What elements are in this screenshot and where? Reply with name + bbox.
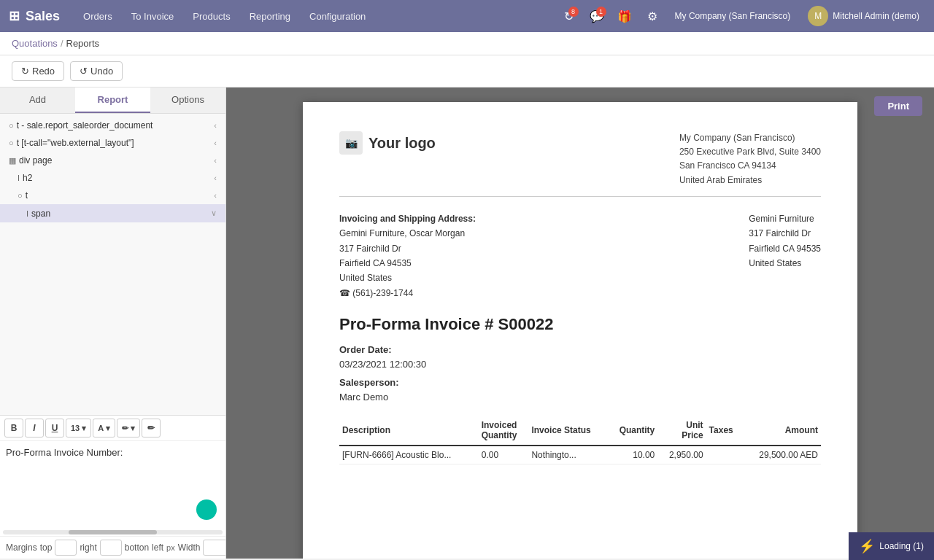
addresses-section: Invoicing and Shipping Address: Gemini F… <box>339 211 821 300</box>
tree-collapse-icon[interactable]: ‹ <box>211 137 220 149</box>
nav-configuration[interactable]: Configuration <box>301 7 374 26</box>
margins-label: Margins <box>6 542 37 553</box>
tree-collapse-icon[interactable]: ‹ <box>211 120 220 131</box>
editor-content[interactable]: Pro-Forma Invoice Number: <box>0 441 225 529</box>
company-address1: 250 Executive Park Blvd, Suite 3400 <box>679 145 821 159</box>
col-description: Description <box>339 416 479 446</box>
customer-phone: ☎ (561)-239-1744 <box>339 286 476 300</box>
bottom-editor: B I U 13 ▾ A ▾ ✏ ▾ ✏ Pro-Forma Invoice N… <box>0 415 225 559</box>
width-section: Width px <box>178 540 226 556</box>
margin-right-label: right <box>80 542 96 553</box>
tree-item-label: t <box>26 190 212 201</box>
editor-text: Pro-Forma Invoice Number: <box>6 447 123 458</box>
circle-icon: ○ <box>9 139 14 147</box>
redo-button[interactable]: ↻ Redo <box>12 61 64 81</box>
tree-collapse-icon[interactable]: ‹ <box>211 172 220 184</box>
nav-orders[interactable]: Orders <box>74 7 121 26</box>
scrollbar-thumb <box>69 530 156 534</box>
font-color-button[interactable]: A ▾ <box>93 419 115 438</box>
editor-toolbar: B I U 13 ▾ A ▾ ✏ ▾ ✏ <box>0 416 225 441</box>
breadcrumb-separator: / <box>61 38 63 49</box>
right-panel: Print 📷 Your logo My Company (San Franci… <box>226 88 934 559</box>
refresh-button[interactable]: ↻ 8 <box>558 5 580 27</box>
cell-amount: 29,500.00 AED <box>742 446 821 464</box>
tree-item[interactable]: ▦ div page ‹ <box>0 152 225 169</box>
loading-icon: ⚡ <box>859 538 875 554</box>
gift-button[interactable]: 🎁 <box>614 5 636 27</box>
undo-button[interactable]: ↺ Undo <box>70 61 123 81</box>
tree-item[interactable]: ○ t [t-call="web.external_layout"] ‹ <box>0 134 225 152</box>
nav-reporting[interactable]: Reporting <box>241 7 299 26</box>
invoicing-label: Invoicing and Shipping Address: <box>339 211 476 226</box>
text-icon: I <box>18 174 20 182</box>
left-panel: Add Report Options ○ t - sale.report_sal… <box>0 88 226 559</box>
order-date-value: 03/23/2021 12:00:30 <box>339 359 426 370</box>
nav-products[interactable]: Products <box>184 7 239 26</box>
invoice-title: Pro-Forma Invoice # S00022 <box>339 315 821 334</box>
chat-button[interactable]: 💬 1 <box>586 5 608 27</box>
margin-right-input[interactable] <box>100 540 122 556</box>
tab-options[interactable]: Options <box>150 88 225 113</box>
shipping-address-block: Gemini Furniture 317 Fairchild Dr Fairfi… <box>749 211 821 300</box>
camera-icon: 📷 <box>345 137 358 149</box>
cell-invoice-status: Nothingto... <box>528 446 607 464</box>
font-size-button[interactable]: 13 ▾ <box>66 419 91 438</box>
order-date-row: Order Date: 03/23/2021 12:00:30 <box>339 343 821 371</box>
top-navigation: ⊞ Sales Orders To Invoice Products Repor… <box>0 0 934 32</box>
settings-button[interactable]: ⚙ <box>641 5 663 27</box>
breadcrumb: Quotations / Reports <box>0 32 934 55</box>
circle-icon: ○ <box>9 121 14 130</box>
tree-item-selected[interactable]: I span ∨ <box>0 204 225 222</box>
print-button[interactable]: Print <box>874 96 922 116</box>
table-header-row: Description InvoicedQuantity Invoice Sta… <box>339 416 821 446</box>
circle-icon: ○ <box>18 191 23 200</box>
action-bar: ↻ Redo ↺ Undo <box>0 55 934 88</box>
col-amount: Amount <box>742 416 821 446</box>
tree-expand-icon[interactable]: ∨ <box>208 207 220 219</box>
highlight-button[interactable]: ✏ ▾ <box>117 419 140 438</box>
margin-inputs: top right botton left px <box>40 540 175 556</box>
col-quantity: Quantity <box>608 416 658 446</box>
tab-report[interactable]: Report <box>75 88 150 113</box>
teal-action-button[interactable] <box>196 499 217 520</box>
tree-item-label: t [t-call="web.external_layout"] <box>17 138 212 148</box>
tree-collapse-icon[interactable]: ‹ <box>211 190 220 201</box>
logo-icon: 📷 <box>339 131 363 155</box>
cell-invoiced-qty: 0.00 <box>479 446 529 464</box>
user-menu[interactable]: M Mitchell Admin (demo) <box>802 3 925 29</box>
tree-item[interactable]: ○ t ‹ <box>0 187 225 204</box>
cell-unit-price: 2,950.00 <box>657 446 706 464</box>
salesperson-label: Salesperson: <box>339 377 399 388</box>
tree-item[interactable]: I h2 ‹ <box>0 169 225 187</box>
margin-unit: px <box>166 543 175 552</box>
logo-text: Your logo <box>368 135 436 152</box>
breadcrumb-parent[interactable]: Quotations <box>12 38 58 49</box>
gift-icon: 🎁 <box>617 9 632 23</box>
tab-add[interactable]: Add <box>0 88 75 113</box>
col-taxes: Taxes <box>706 416 743 446</box>
logo-area: 📷 Your logo <box>339 131 436 155</box>
tree-item[interactable]: ○ t - sale.report_saleorder_document ‹ <box>0 117 225 134</box>
tree-collapse-icon[interactable]: ‹ <box>211 155 220 166</box>
edit-button[interactable]: ✏ <box>142 419 161 438</box>
refresh-badge: 8 <box>568 7 579 17</box>
margin-top-input[interactable] <box>55 540 77 556</box>
cell-quantity: 10.00 <box>608 446 658 464</box>
company-address2: San Francisco CA 94134 <box>679 159 821 173</box>
nav-links: Orders To Invoice Products Reporting Con… <box>74 7 558 26</box>
bold-button[interactable]: B <box>4 419 23 438</box>
nav-right-area: ↻ 8 💬 1 🎁 ⚙ My Company (San Francisco) M… <box>558 3 925 29</box>
app-name: Sales <box>26 9 60 24</box>
nav-to-invoice[interactable]: To Invoice <box>123 7 183 26</box>
underline-button[interactable]: U <box>45 419 64 438</box>
tree-item-label: h2 <box>23 173 211 183</box>
table-row: [FURN-6666] Acoustic Blo... 0.00 Nothing… <box>339 446 821 464</box>
editor-scrollbar[interactable] <box>3 530 223 534</box>
app-logo[interactable]: ⊞ Sales <box>9 8 60 24</box>
company-selector[interactable]: My Company (San Francisco) <box>669 8 797 24</box>
width-input[interactable] <box>203 540 226 556</box>
italic-button[interactable]: I <box>25 419 44 438</box>
customer-country: United States <box>339 271 476 285</box>
ship-address1: 317 Fairchild Dr <box>749 226 821 241</box>
main-layout: Add Report Options ○ t - sale.report_sal… <box>0 88 934 559</box>
